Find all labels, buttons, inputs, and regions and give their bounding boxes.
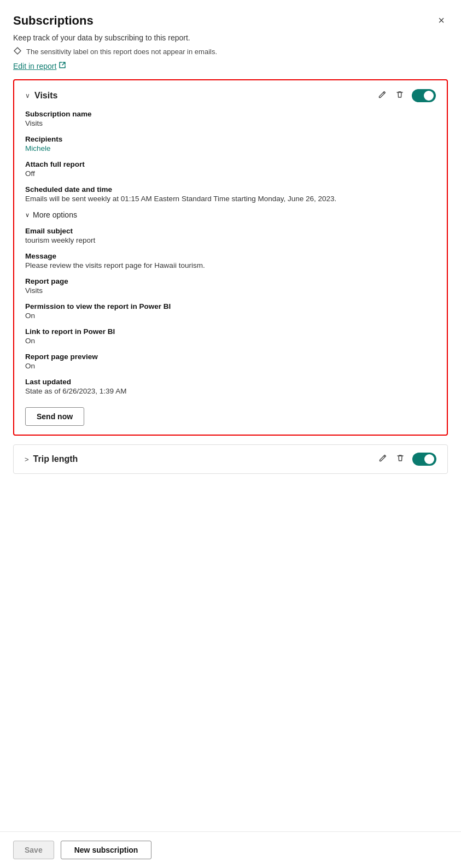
visits-card-actions xyxy=(377,89,436,102)
diamond-icon xyxy=(13,46,22,57)
email-subject-label: Email subject xyxy=(25,227,436,235)
last-updated-field: Last updated State as of 6/26/2023, 1:39… xyxy=(25,378,436,395)
email-subject-field: Email subject tourism weekly report xyxy=(25,227,436,244)
panel-title: Subscriptions xyxy=(13,14,94,28)
report-preview-label: Report page preview xyxy=(25,353,436,361)
permission-label: Permission to view the report in Power B… xyxy=(25,302,436,310)
panel-header: Subscriptions × xyxy=(13,13,448,28)
visits-card-title: Visits xyxy=(34,91,57,101)
trip-edit-button[interactable] xyxy=(377,453,388,466)
send-now-button[interactable]: Send now xyxy=(25,407,84,426)
visits-title-row: ∨ Visits xyxy=(25,91,57,101)
scheduled-value: Emails will be sent weekly at 01:15 AM E… xyxy=(25,195,436,203)
sensitivity-row: The sensitivity label on this report doe… xyxy=(13,46,448,57)
subscription-name-label: Subscription name xyxy=(25,110,436,118)
message-label: Message xyxy=(25,252,436,260)
trip-length-card: > Trip length xyxy=(13,444,448,474)
attach-report-label: Attach full report xyxy=(25,160,436,168)
visits-card-header: ∨ Visits xyxy=(25,89,436,102)
trip-length-header: > Trip length xyxy=(25,453,436,466)
last-updated-label: Last updated xyxy=(25,378,436,386)
permission-value: On xyxy=(25,312,436,320)
report-page-label: Report page xyxy=(25,277,436,285)
last-updated-value: State as of 6/26/2023, 1:39 AM xyxy=(25,387,436,395)
report-preview-field: Report page preview On xyxy=(25,353,436,370)
visits-edit-button[interactable] xyxy=(377,89,388,102)
attach-report-value: Off xyxy=(25,169,436,178)
subscriptions-panel: Subscriptions × Keep track of your data … xyxy=(0,0,461,868)
recipients-value[interactable]: Michele xyxy=(25,144,436,153)
close-button[interactable]: × xyxy=(435,13,448,28)
bottom-bar: Save New subscription xyxy=(0,831,461,868)
report-preview-value: On xyxy=(25,362,436,370)
scheduled-label: Scheduled date and time xyxy=(25,185,436,193)
trip-title-row: > Trip length xyxy=(25,454,78,464)
more-options-row[interactable]: ∨ More options xyxy=(25,210,436,219)
report-page-value: Visits xyxy=(25,286,436,295)
attach-report-field: Attach full report Off xyxy=(25,160,436,178)
message-value: Please review the visits report page for… xyxy=(25,261,436,269)
external-link-icon xyxy=(59,61,66,71)
subscription-name-value: Visits xyxy=(25,119,436,127)
link-value: On xyxy=(25,337,436,345)
link-label: Link to report in Power BI xyxy=(25,327,436,336)
edit-in-report-link[interactable]: Edit in report xyxy=(13,61,448,71)
sensitivity-text: The sensitivity label on this report doe… xyxy=(26,48,217,56)
visits-subscription-card: ∨ Visits xyxy=(13,79,448,436)
trip-card-title: Trip length xyxy=(33,454,78,464)
recipients-field: Recipients Michele xyxy=(25,135,436,153)
save-button: Save xyxy=(13,841,54,859)
edit-link-label: Edit in report xyxy=(13,62,56,71)
more-options-chevron: ∨ xyxy=(25,212,30,219)
panel-subtitle: Keep track of your data by subscribing t… xyxy=(13,33,448,42)
visits-delete-button[interactable] xyxy=(394,89,405,102)
link-field: Link to report in Power BI On xyxy=(25,327,436,345)
trip-delete-button[interactable] xyxy=(395,453,406,466)
trip-card-actions xyxy=(377,453,436,466)
trip-chevron-icon[interactable]: > xyxy=(25,455,29,464)
visits-chevron-icon[interactable]: ∨ xyxy=(25,92,30,99)
message-field: Message Please review the visits report … xyxy=(25,252,436,269)
visits-toggle[interactable] xyxy=(412,89,436,102)
more-options-label: More options xyxy=(33,210,77,219)
recipients-label: Recipients xyxy=(25,135,436,143)
subscription-name-field: Subscription name Visits xyxy=(25,110,436,127)
permission-field: Permission to view the report in Power B… xyxy=(25,302,436,320)
email-subject-value: tourism weekly report xyxy=(25,236,436,244)
trip-toggle[interactable] xyxy=(412,453,436,466)
scheduled-field: Scheduled date and time Emails will be s… xyxy=(25,185,436,203)
new-subscription-button[interactable]: New subscription xyxy=(61,841,152,859)
report-page-field: Report page Visits xyxy=(25,277,436,295)
